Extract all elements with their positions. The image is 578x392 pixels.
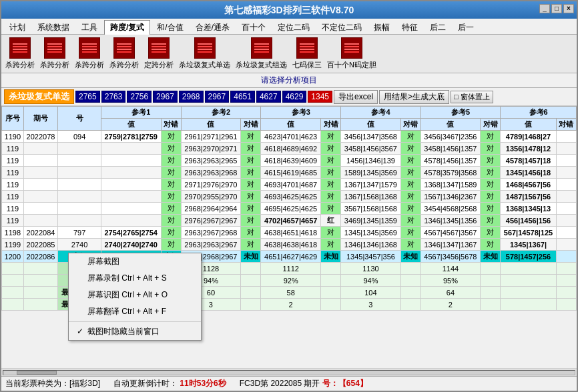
menu-item-plan[interactable]: 计划: [4, 21, 31, 35]
toolbar-icon-0[interactable]: 杀跨分析: [4, 36, 36, 71]
cell-c4: 对: [400, 203, 420, 215]
window-top-button[interactable]: □ 窗体置上: [451, 91, 493, 103]
cell-v5: 1567|1346|2367: [420, 191, 480, 203]
stat-cell: [501, 275, 557, 287]
minimize-button[interactable]: _: [539, 4, 550, 13]
num-badge-1: 2763: [101, 91, 126, 103]
cell-v1: 2754|2765|2754: [101, 227, 161, 239]
stat-cell: 92%: [261, 275, 321, 287]
menu-item-hou1[interactable]: 后一: [453, 21, 479, 35]
scroll-track[interactable]: [3, 370, 575, 375]
menu-item-kuadu[interactable]: 跨度/复式: [104, 20, 150, 35]
cell-c3: 对: [321, 179, 341, 191]
cell-v6: 1487|1567|56: [501, 191, 557, 203]
table-row: 119对2963|2963|2965对4618|4639|4609对1456|1…: [2, 155, 577, 167]
stat-cell: [481, 287, 501, 299]
th-val5: 值: [420, 119, 480, 131]
cell-c5: 对: [481, 143, 501, 155]
ctx-translate[interactable]: 屏幕翻译 Ctrl + Alt + F: [69, 303, 201, 320]
menu-item-bsg[interactable]: 百十个: [236, 21, 271, 35]
export-button[interactable]: 导出excel: [334, 90, 378, 104]
ctx-screenshot[interactable]: 屏幕截图: [69, 253, 201, 270]
menu-item-dw2[interactable]: 定位二码: [272, 21, 315, 35]
menu-item-tools[interactable]: 工具: [76, 21, 103, 35]
generate-button[interactable]: 用结果>生成大底: [379, 90, 449, 104]
toolbar-icon-2[interactable]: 杀跨分析: [73, 36, 105, 71]
cell-c5: 对: [481, 179, 501, 191]
th-val1: 值: [101, 119, 161, 131]
title-controls: _ □ ×: [539, 4, 574, 13]
th-ref1: 参考1: [101, 107, 181, 119]
icon-img-7: [296, 37, 318, 59]
menu-item-he[interactable]: 和/合值: [152, 21, 188, 35]
cell-c5: 对: [481, 155, 501, 167]
cell-v3: 4693|4701|4687: [261, 179, 321, 191]
cell-c1: 对: [161, 155, 181, 167]
cell-c5: 对: [481, 215, 501, 227]
cell-c4: 对: [400, 143, 420, 155]
toolbar-icon-4[interactable]: 定跨分析: [143, 36, 175, 71]
num-badge-5: 2967: [205, 91, 230, 103]
menu-item-hou2[interactable]: 后二: [424, 21, 451, 35]
cell-c4: 对: [400, 227, 420, 239]
menu-item-sysdata[interactable]: 系统数据: [32, 21, 75, 35]
menu-item-tezh[interactable]: 特征: [396, 21, 423, 35]
th-val6: 值: [501, 119, 557, 131]
cell-c2: 对: [241, 143, 261, 155]
menu-item-bdw2[interactable]: 不定位二码: [316, 21, 367, 35]
menu-item-zhenfu[interactable]: 振幅: [368, 21, 395, 35]
ctx-recognize[interactable]: 屏幕识图 Ctrl + Alt + O: [69, 287, 201, 303]
scroll-thumb[interactable]: [17, 371, 57, 375]
maximize-button[interactable]: □: [551, 4, 562, 13]
stat-cell: [556, 287, 576, 299]
cell-c1: 对: [161, 215, 181, 227]
cell-c2: 对: [241, 179, 261, 191]
cell-c4: 对: [400, 155, 420, 167]
cell-num: [58, 155, 101, 167]
table-row: 119对2971|2976|2970对4693|4701|4687对1367|1…: [2, 179, 577, 191]
cell-seq: 1190: [2, 131, 24, 143]
cell-num: 2740: [58, 239, 101, 251]
stat-cell: 104: [341, 287, 400, 299]
icon-label-4: 定跨分析: [144, 60, 174, 70]
data-table-container[interactable]: 序号 期号 号 参考1 参考2 参考3 参考4 参考5 参考6 值对错 值对错 …: [1, 106, 577, 368]
stat-cell: [2, 287, 24, 299]
cell-c2: 对: [241, 215, 261, 227]
table-row: 119020220780942759|2781|2759对2961|2971|2…: [2, 131, 577, 143]
app-title: 第七感福彩3D排列三软件V8.70: [224, 5, 354, 15]
toolbar-icon-6[interactable]: 杀垃圾复式组选: [234, 36, 288, 71]
table-row: 119对2976|2967|2967对4702|4657|4657红3469|1…: [2, 215, 577, 227]
th-val4: 值: [341, 119, 400, 131]
select-prompt-text: 请选择分析项目: [261, 75, 317, 85]
num-badge-6: 4651: [230, 91, 255, 103]
th-ref5: 参考5: [420, 107, 501, 119]
menu-bar: 计划 系统数据 工具 跨度/复式 和/合值 合差/通杀 百十个 定位二码 不定位…: [1, 19, 577, 35]
ctx-record[interactable]: 屏幕录制 Ctrl + Alt + S: [69, 270, 201, 287]
status-lottery-type: 当前彩票种类为：[福彩3D]: [5, 378, 100, 389]
stat-cell: [241, 287, 261, 299]
toolbar-icon-7[interactable]: 七码保三: [291, 36, 323, 71]
h-scrollbar[interactable]: [1, 368, 577, 376]
cell-c6: [556, 227, 576, 239]
stat-cell: [481, 263, 501, 275]
cell-c3: 对: [321, 143, 341, 155]
num-badge-7: 4627: [256, 91, 281, 103]
menu-item-hesha[interactable]: 合差/通杀: [190, 21, 235, 35]
num-badge-0: 2765: [75, 91, 100, 103]
toolbar-icon-3[interactable]: 杀跨分析: [108, 36, 140, 71]
ctx-hide-window[interactable]: ✓截图时隐藏当前窗口: [69, 323, 201, 340]
cell-c3: 对: [321, 203, 341, 215]
cell-v2: 2963|2963|2967: [181, 239, 240, 251]
cell-seq: 119: [2, 155, 24, 167]
th-period: 期号: [23, 107, 58, 131]
cell-v4: 3469|1345|1359: [341, 215, 400, 227]
cell-v1: [101, 155, 161, 167]
toolbar-icon-8[interactable]: 百十个N码定胆: [326, 36, 378, 71]
cell-c4: 对: [400, 239, 420, 251]
stat-cell: 58: [261, 287, 321, 299]
th-ok1: 对错: [161, 119, 181, 131]
cell-c5: 对: [481, 131, 501, 143]
toolbar-icon-5[interactable]: 杀垃圾复式单选: [178, 36, 232, 71]
close-button[interactable]: ×: [563, 4, 574, 13]
toolbar-icon-1[interactable]: 杀跨分析: [39, 36, 71, 71]
